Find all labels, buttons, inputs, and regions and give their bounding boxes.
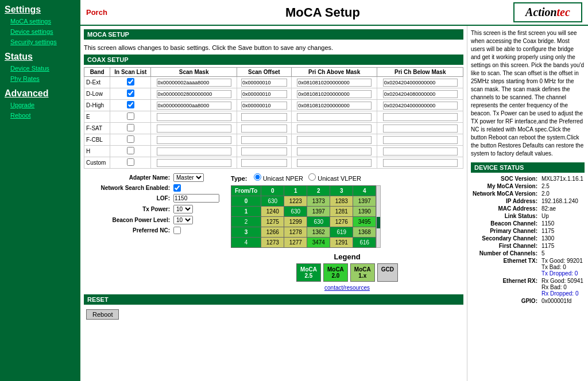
coax-scan-offset-input[interactable]	[241, 113, 287, 121]
unicast-nper-radio[interactable]	[254, 173, 261, 181]
device-status-value: 1300	[540, 235, 585, 242]
coax-pri-below-input[interactable]	[383, 102, 458, 110]
coax-pri-above-input[interactable]	[297, 136, 372, 144]
coax-scan-checkbox[interactable]	[127, 112, 134, 120]
device-status-label: GPIO:	[471, 297, 540, 305]
contact-link[interactable]: contact/resources	[324, 285, 370, 291]
coax-pri-below-input[interactable]	[383, 90, 458, 98]
matrix-col-header: 4	[353, 186, 376, 196]
coax-row: E	[84, 111, 463, 123]
lof-row: LOF:	[84, 194, 219, 203]
coax-pri-below-input[interactable]	[383, 113, 458, 121]
coax-scan-mask-input[interactable]	[157, 113, 231, 121]
adapter-name-select[interactable]: MasterSlave	[173, 173, 204, 182]
coax-pri-above-input[interactable]	[297, 147, 372, 155]
sidebar-item-device-settings[interactable]: Device settings	[0, 26, 80, 37]
matrix-from-label: 0	[231, 196, 261, 207]
coax-scan-checkbox[interactable]	[127, 78, 134, 85]
device-status-row: IP Address:192.168.1.240	[471, 197, 585, 205]
coax-pri-below-cell	[377, 100, 463, 111]
coax-scan-offset-input[interactable]	[241, 159, 287, 167]
coax-scan-checkbox[interactable]	[127, 124, 134, 131]
coax-pri-above-input[interactable]	[297, 79, 372, 87]
preferred-nc-checkbox[interactable]	[173, 227, 181, 234]
device-status-label: Beacon Channel:	[471, 220, 540, 227]
network-search-row: Network Search Enabled:	[84, 184, 219, 192]
moca-setup-description: This screen allows changes to basic sett…	[84, 42, 463, 55]
device-status-label: IP Address:	[471, 197, 540, 205]
matrix-scrollbar[interactable]	[376, 185, 381, 248]
matrix-cell: 1291	[330, 238, 353, 248]
content-area: MOCA SETUP This screen allows changes to…	[80, 26, 588, 381]
coax-pri-above-input[interactable]	[297, 90, 372, 98]
coax-scan-mask-input[interactable]	[157, 102, 231, 110]
coax-pri-above-input[interactable]	[297, 159, 372, 167]
coax-scan-checkbox[interactable]	[127, 135, 134, 143]
coax-scan-offset-input[interactable]	[241, 79, 287, 87]
adapter-name-label: Adapter Name:	[84, 174, 170, 181]
coax-pri-above-input[interactable]	[297, 125, 372, 133]
coax-scan-offset-input[interactable]	[241, 125, 287, 133]
coax-scan-mask-input[interactable]	[157, 147, 231, 155]
coax-pri-below-input[interactable]	[383, 159, 458, 167]
coax-checkbox-cell	[110, 146, 151, 157]
unicast-vlper-radio[interactable]	[308, 173, 316, 181]
coax-scan-offset-input[interactable]	[241, 147, 287, 155]
coax-row: F-CBL	[84, 134, 463, 146]
coax-pri-below-input[interactable]	[383, 79, 458, 87]
sidebar-item-security-settings[interactable]: Security settings	[0, 37, 80, 47]
coax-pri-above-cell	[291, 88, 377, 100]
col-scan-offset: Scan Offset	[237, 68, 291, 77]
lof-input[interactable]	[173, 194, 219, 203]
device-status-row: GPIO:0x000001fd	[471, 297, 585, 305]
page-header: Porch MoCA Setup Actiontec	[80, 0, 588, 26]
coax-scan-checkbox[interactable]	[127, 90, 134, 97]
device-status-row: SOC Version:MXL371x.1.16.1	[471, 175, 585, 182]
coax-pri-below-input[interactable]	[383, 125, 458, 133]
coax-scan-offset-input[interactable]	[241, 90, 287, 98]
coax-scan-checkbox[interactable]	[127, 147, 134, 154]
coax-scan-mask-input[interactable]	[157, 90, 231, 98]
matrix-cell: 1275	[261, 217, 284, 227]
coax-scan-checkbox[interactable]	[127, 101, 134, 108]
reboot-button[interactable]: Reboot	[86, 309, 119, 320]
tx-power-select[interactable]: 10987	[173, 205, 193, 213]
coax-scan-mask-input[interactable]	[157, 79, 231, 87]
coax-pri-below-cell	[377, 111, 463, 123]
coax-scan-offset-cell	[237, 157, 291, 169]
coax-scan-mask-input[interactable]	[157, 125, 231, 133]
left-panel: MOCA SETUP This screen allows changes to…	[80, 26, 467, 381]
beacon-power-select[interactable]: 1098	[173, 216, 193, 224]
device-status-value: 1175	[540, 242, 585, 250]
matrix-col-header: 2	[307, 186, 330, 196]
sidebar-item-moca-settings[interactable]: MoCA settings	[0, 16, 80, 26]
col-scan-list: In Scan List	[110, 68, 151, 77]
sidebar-item-phy-rates[interactable]: Phy Rates	[0, 73, 80, 84]
coax-pri-above-input[interactable]	[297, 102, 372, 110]
coax-pri-above-input[interactable]	[297, 113, 372, 121]
network-search-checkbox[interactable]	[173, 184, 181, 192]
device-status-label: Network MoCA Version:	[471, 190, 540, 197]
sidebar-item-reboot[interactable]: Reboot	[0, 110, 80, 120]
sidebar-item-upgrade[interactable]: Upgrade	[0, 100, 80, 110]
coax-band: D-Low	[84, 88, 110, 100]
coax-scan-offset-input[interactable]	[241, 102, 287, 110]
matrix-wrapper: From/To012340630122313731283139711240630…	[231, 185, 463, 248]
sidebar-item-device-status[interactable]: Device Status	[0, 63, 80, 73]
col-scan-mask: Scan Mask	[151, 68, 237, 77]
matrix-cell: 1276	[330, 217, 353, 227]
coax-band: D-Ext	[84, 77, 110, 88]
matrix-cell: 1397	[307, 207, 330, 217]
type-matrix-section: Type: Unicast NPER Unicast VLPER From/To…	[231, 173, 463, 291]
coax-scan-mask-input[interactable]	[157, 159, 231, 167]
coax-scan-mask-input[interactable]	[157, 136, 231, 144]
matrix-cell: 1277	[284, 238, 307, 248]
matrix-cell: 1397	[353, 196, 376, 207]
coax-checkbox-cell	[110, 157, 151, 169]
coax-pri-below-input[interactable]	[383, 136, 458, 144]
coax-pri-below-input[interactable]	[383, 147, 458, 155]
coax-scan-offset-input[interactable]	[241, 136, 287, 144]
coax-scan-checkbox[interactable]	[127, 158, 134, 166]
device-status-value: 1175	[540, 227, 585, 235]
coax-row: H	[84, 146, 463, 157]
